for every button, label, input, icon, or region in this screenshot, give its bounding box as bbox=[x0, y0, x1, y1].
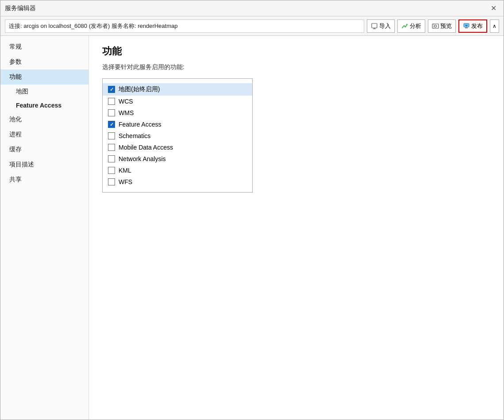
window-title: 服务编辑器 bbox=[5, 4, 36, 12]
content-area: 功能 选择要针对此服务启用的功能: 地图(始终启用)WCSWMSFeature … bbox=[89, 36, 504, 420]
main-window: 服务编辑器 ✕ 连接: arcgis on localhost_6080 (发布… bbox=[0, 0, 504, 420]
capability-label-wfs: WFS bbox=[119, 178, 132, 185]
capability-item-wcs[interactable]: WCS bbox=[103, 96, 252, 107]
svg-point-4 bbox=[435, 25, 437, 27]
sidebar: 常规 参数 功能 地图 Feature Access 池化 进程 缓存 bbox=[0, 36, 89, 420]
sidebar-label-cache: 缓存 bbox=[9, 146, 22, 153]
svg-rect-3 bbox=[432, 24, 439, 28]
expand-icon: ∧ bbox=[492, 23, 496, 29]
publish-label: 发布 bbox=[471, 22, 483, 30]
sidebar-item-capability[interactable]: 功能 bbox=[0, 69, 88, 85]
checkbox-wms[interactable] bbox=[108, 109, 115, 116]
svg-rect-0 bbox=[372, 23, 377, 28]
sidebar-label-pooling: 池化 bbox=[9, 116, 22, 123]
sidebar-item-general[interactable]: 常规 bbox=[0, 39, 88, 54]
preview-label: 预览 bbox=[440, 22, 452, 30]
sidebar-label-general: 常规 bbox=[9, 43, 22, 50]
sidebar-item-pooling[interactable]: 池化 bbox=[0, 112, 88, 127]
publish-icon bbox=[463, 23, 470, 30]
sidebar-item-item-desc[interactable]: 项目描述 bbox=[0, 157, 88, 172]
import-icon bbox=[371, 23, 378, 30]
sidebar-label-capability: 功能 bbox=[9, 73, 22, 80]
checkbox-network-analysis[interactable] bbox=[108, 155, 115, 162]
sidebar-item-cache[interactable]: 缓存 bbox=[0, 142, 88, 157]
content-title: 功能 bbox=[102, 45, 490, 58]
capability-label-map: 地图(始终启用) bbox=[119, 85, 160, 93]
connection-info: 连接: arcgis on localhost_6080 (发布者) 服务名称:… bbox=[5, 19, 364, 33]
analyze-label: 分析 bbox=[410, 22, 421, 30]
capability-label-mobile-data-access: Mobile Data Access bbox=[119, 144, 173, 151]
sidebar-item-feature-access[interactable]: Feature Access bbox=[0, 99, 88, 112]
publish-button[interactable]: 发布 bbox=[458, 19, 487, 33]
sidebar-label-share: 共享 bbox=[9, 176, 22, 183]
capability-item-map[interactable]: 地图(始终启用) bbox=[103, 83, 252, 96]
capability-label-kml: KML bbox=[119, 167, 131, 174]
preview-icon bbox=[432, 23, 439, 30]
checkbox-map[interactable] bbox=[108, 86, 115, 93]
capability-item-kml[interactable]: KML bbox=[103, 165, 252, 176]
sidebar-item-process[interactable]: 进程 bbox=[0, 127, 88, 142]
capability-item-feature-access[interactable]: Feature Access bbox=[103, 119, 252, 130]
toolbar: 连接: arcgis on localhost_6080 (发布者) 服务名称:… bbox=[0, 16, 504, 36]
sidebar-item-params[interactable]: 参数 bbox=[0, 54, 88, 69]
analyze-icon bbox=[401, 23, 408, 30]
expand-button[interactable]: ∧ bbox=[490, 19, 499, 33]
checkbox-mobile-data-access[interactable] bbox=[108, 144, 115, 151]
capability-item-mobile-data-access[interactable]: Mobile Data Access bbox=[103, 142, 252, 153]
capability-list: 地图(始终启用)WCSWMSFeature AccessSchematicsMo… bbox=[102, 78, 253, 193]
capability-label-feature-access: Feature Access bbox=[119, 121, 162, 128]
checkbox-feature-access[interactable] bbox=[108, 121, 115, 128]
capability-item-wfs[interactable]: WFS bbox=[103, 176, 252, 188]
capability-item-schematics[interactable]: Schematics bbox=[103, 130, 252, 142]
capability-label-network-analysis: Network Analysis bbox=[119, 155, 166, 162]
sidebar-label-map: 地图 bbox=[16, 88, 28, 95]
close-button[interactable]: ✕ bbox=[488, 4, 499, 13]
sidebar-label-params: 参数 bbox=[9, 58, 22, 65]
checkbox-schematics[interactable] bbox=[108, 132, 115, 139]
capability-item-network-analysis[interactable]: Network Analysis bbox=[103, 153, 252, 165]
import-label: 导入 bbox=[379, 22, 391, 30]
checkbox-wcs[interactable] bbox=[108, 98, 115, 105]
capability-item-wms[interactable]: WMS bbox=[103, 107, 252, 119]
import-button[interactable]: 导入 bbox=[367, 19, 395, 33]
sidebar-label-feature-access: Feature Access bbox=[16, 102, 62, 109]
capability-label-wcs: WCS bbox=[119, 98, 133, 105]
main-content: 常规 参数 功能 地图 Feature Access 池化 进程 缓存 bbox=[0, 36, 504, 420]
content-subtitle: 选择要针对此服务启用的功能: bbox=[102, 63, 490, 71]
sidebar-item-map[interactable]: 地图 bbox=[0, 85, 88, 99]
sidebar-item-share[interactable]: 共享 bbox=[0, 172, 88, 187]
checkbox-wfs[interactable] bbox=[108, 178, 115, 185]
sidebar-label-process: 进程 bbox=[9, 131, 22, 138]
title-bar: 服务编辑器 ✕ bbox=[0, 0, 504, 16]
analyze-button[interactable]: 分析 bbox=[397, 19, 425, 33]
sidebar-label-item-desc: 项目描述 bbox=[9, 161, 34, 168]
checkbox-kml[interactable] bbox=[108, 167, 115, 174]
capability-label-schematics: Schematics bbox=[119, 132, 150, 139]
preview-button[interactable]: 预览 bbox=[428, 19, 456, 33]
capability-label-wms: WMS bbox=[119, 109, 134, 116]
